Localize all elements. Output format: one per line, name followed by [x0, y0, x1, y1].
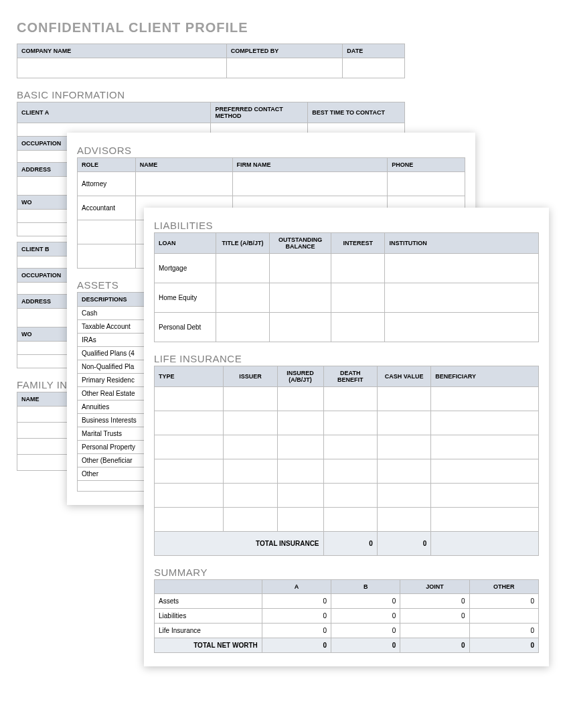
val: 0 — [262, 594, 331, 609]
cell[interactable] — [224, 484, 277, 508]
total-joint: 0 — [400, 638, 469, 653]
cell[interactable] — [277, 459, 323, 484]
total-other: 0 — [469, 638, 538, 653]
cell[interactable] — [224, 459, 277, 484]
cell[interactable] — [224, 435, 277, 459]
col-date: DATE — [343, 44, 405, 58]
col-b: B — [331, 580, 400, 594]
liab-row-label: Personal Debt — [155, 313, 216, 342]
cell[interactable] — [388, 172, 465, 196]
cell[interactable] — [377, 508, 430, 532]
cell[interactable] — [377, 484, 430, 508]
asset-row: Primary Residenc — [78, 374, 151, 387]
cell[interactable] — [232, 172, 388, 196]
cell[interactable] — [155, 411, 224, 435]
col-balance: OUTSTANDING BALANCE — [270, 233, 331, 254]
basic-info-heading: BASIC INFORMATION — [17, 89, 472, 100]
cell[interactable] — [343, 58, 405, 78]
val: 0 — [331, 609, 400, 624]
col-insured: INSURED (A/B/JT) — [277, 366, 323, 387]
asset-row[interactable] — [78, 481, 151, 492]
cell[interactable] — [277, 484, 323, 508]
asset-row: Qualified Plans (4 — [78, 347, 151, 360]
life-insurance-table: TYPE ISSUER INSURED (A/B/JT) DEATH BENEF… — [154, 366, 539, 556]
cell[interactable] — [226, 58, 343, 78]
col-beneficiary: BENEFICIARY — [431, 366, 539, 387]
cell[interactable] — [385, 283, 539, 313]
cell[interactable] — [331, 254, 385, 283]
cell-role[interactable] — [78, 220, 136, 244]
cell[interactable] — [155, 435, 224, 459]
assets-table: DESCRIPTIONS Cash Taxable Account IRAs Q… — [77, 292, 151, 492]
cell[interactable] — [155, 484, 224, 508]
col-descriptions: DESCRIPTIONS — [78, 293, 151, 307]
asset-row: Cash — [78, 307, 151, 320]
cell[interactable] — [431, 435, 539, 459]
cell[interactable] — [224, 411, 277, 435]
cell[interactable] — [377, 459, 430, 484]
cell[interactable] — [277, 435, 323, 459]
cell — [431, 532, 539, 556]
col-adv-name: NAME — [135, 158, 232, 172]
company-info-table: COMPANY NAME COMPLETED BY DATE — [17, 44, 405, 78]
cell[interactable] — [323, 435, 377, 459]
cell[interactable] — [17, 58, 227, 78]
cell[interactable] — [224, 387, 277, 411]
cell[interactable] — [224, 508, 277, 532]
cell-role: Accountant — [78, 196, 136, 220]
col-interest: INTEREST — [331, 233, 385, 254]
cell[interactable] — [431, 459, 539, 484]
cell[interactable] — [270, 313, 331, 342]
row-assets: Assets — [155, 594, 262, 609]
cell[interactable] — [270, 283, 331, 313]
val: 0 — [331, 594, 400, 609]
cell[interactable] — [323, 387, 377, 411]
cell[interactable] — [385, 254, 539, 283]
cell[interactable] — [277, 387, 323, 411]
cell[interactable] — [277, 508, 323, 532]
cell[interactable] — [216, 313, 269, 342]
col-phone: PHONE — [388, 158, 465, 172]
total-insurance-label: TOTAL INSURANCE — [155, 532, 324, 556]
cell[interactable] — [323, 484, 377, 508]
asset-row: Other Real Estate — [78, 387, 151, 401]
cell[interactable] — [155, 459, 224, 484]
col-role: ROLE — [78, 158, 136, 172]
cell[interactable] — [135, 172, 232, 196]
cell[interactable] — [277, 411, 323, 435]
cell[interactable] — [431, 411, 539, 435]
col-joint: JOINT — [400, 580, 469, 594]
cell[interactable] — [323, 508, 377, 532]
val — [400, 624, 469, 638]
asset-row: Marital Trusts — [78, 427, 151, 441]
cell[interactable] — [431, 484, 539, 508]
asset-row: Non-Qualified Pla — [78, 360, 151, 374]
cell[interactable] — [431, 508, 539, 532]
cell[interactable] — [377, 411, 430, 435]
cell[interactable] — [377, 435, 430, 459]
cell[interactable] — [216, 283, 269, 313]
cell[interactable] — [155, 387, 224, 411]
life-insurance-heading: LIFE INSURANCE — [154, 353, 539, 364]
cell[interactable] — [17, 177, 72, 196]
cell[interactable] — [431, 387, 539, 411]
col-title: TITLE (A/B/JT) — [216, 233, 269, 254]
row-lifeins: Life Insurance — [155, 624, 262, 638]
cell[interactable] — [331, 313, 385, 342]
cell[interactable] — [331, 283, 385, 313]
cell[interactable] — [270, 254, 331, 283]
label-work-b: WO — [17, 327, 72, 342]
cell[interactable] — [17, 309, 72, 327]
cell[interactable] — [385, 313, 539, 342]
cell-role[interactable] — [78, 244, 136, 269]
asset-row: Other — [78, 467, 151, 481]
cell[interactable] — [377, 387, 430, 411]
cell[interactable] — [155, 508, 224, 532]
col-other: OTHER — [469, 580, 538, 594]
label-best-time: BEST TIME TO CONTACT — [308, 102, 405, 123]
cell[interactable] — [323, 411, 377, 435]
cell[interactable] — [323, 459, 377, 484]
total-net-worth-label: TOTAL NET WORTH — [155, 638, 262, 653]
cell[interactable] — [216, 254, 269, 283]
col-cash: CASH VALUE — [377, 366, 430, 387]
